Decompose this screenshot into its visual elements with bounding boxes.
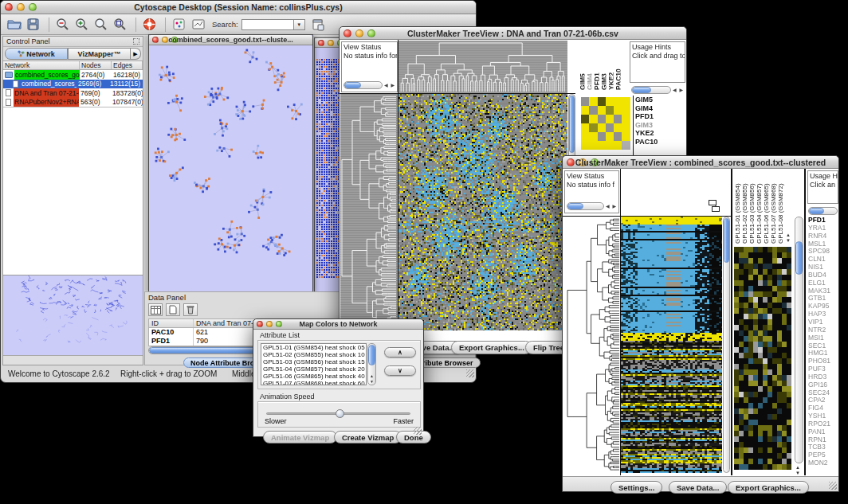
new-attribute-icon[interactable] [166,303,180,316]
matrix-cell[interactable] [589,123,597,132]
matrix-cell[interactable] [614,123,622,132]
matrix-cell[interactable] [606,141,614,150]
tv2-detail-heatmap[interactable] [734,247,791,470]
attribute-list-item[interactable]: GPL51-02 (GSM855) heat shock 10 min [261,351,366,358]
attribute-list[interactable]: GPL51-01 (GSM854) heat shock 05 minGPL51… [261,343,367,385]
matrix-cell[interactable] [622,141,630,150]
move-up-button[interactable]: ∧ [384,347,416,357]
matrix-cell[interactable] [622,123,630,132]
tab-network[interactable]: Network [5,48,68,60]
save-icon[interactable] [25,17,41,33]
open-folder-icon[interactable] [6,17,22,33]
matrix-cell[interactable] [581,141,589,150]
matrix-cell[interactable] [581,123,589,132]
col-nodes[interactable]: Nodes [80,61,112,69]
network-list-row[interactable]: combined_scores_good.txt2764(0)16218(0) [3,70,143,80]
tv1-similarity-matrix[interactable] [581,97,630,150]
attribute-list-item[interactable]: GPL51-01 (GSM854) heat shock 05 min [261,344,366,351]
matrix-cell[interactable] [598,132,606,141]
resize-grip[interactable] [829,482,837,490]
main-titlebar[interactable]: Cytoscape Desktop (Session Name: collins… [1,1,476,14]
attribute-editor-icon[interactable] [310,17,327,33]
slider-thumb[interactable] [336,409,344,418]
attribute-list-item[interactable]: GPL51-06 (GSM865) heat shock 40 min [261,373,366,380]
close-button[interactable] [318,40,324,46]
resize-grip[interactable] [414,427,422,435]
export-graphics-button[interactable]: Export Graphics... [451,341,532,354]
create-vizmap-button[interactable]: Create Vizmap [334,431,402,443]
network-list-row[interactable]: RNAPuberNov2+RNAP.csv563(0)107847(0) [3,98,143,107]
tv2-gene-scroll-arrows[interactable]: ▲▼ [795,465,800,476]
col-edges[interactable]: Edges [112,61,143,69]
matrix-cell[interactable] [606,115,614,123]
matrix-cell[interactable] [614,115,622,123]
minimize-button[interactable] [328,40,334,46]
matrix-cell[interactable] [606,97,614,106]
network-overview-panel[interactable] [3,275,143,355]
network1-canvas[interactable] [149,45,312,291]
matrix-cell[interactable] [606,123,614,132]
tab-vizmapper[interactable]: VizMapper™ [68,48,131,60]
tv2-row-dendrogram[interactable] [564,217,620,473]
zoom-out-icon[interactable] [54,17,71,33]
snapshot-icon[interactable] [190,17,206,33]
matrix-cell[interactable] [589,97,597,106]
animate-vizmap-button[interactable]: Animate Vizmap [263,431,337,443]
attribute-list-item[interactable]: GPL51-07 (GSM868) heat shock 60 min [261,380,366,385]
zoom-fit-icon[interactable] [112,17,128,33]
animation-speed-slider[interactable] [266,412,410,415]
matrix-cell[interactable] [581,115,589,123]
search-dropdown-button[interactable]: ▼ [294,19,305,30]
zoom-selected-icon[interactable] [92,17,109,33]
help-ring-icon[interactable] [141,17,158,33]
matrix-cell[interactable] [614,97,622,106]
tv1-column-dendrogram[interactable] [398,41,567,93]
tv1-heatmap[interactable] [398,94,567,330]
matrix-cell[interactable] [598,123,606,132]
matrix-cell[interactable] [589,132,597,141]
resize-grip[interactable] [466,369,474,377]
delete-attribute-icon[interactable] [183,303,198,316]
tv2-gene-vscrollbar[interactable] [795,217,803,463]
matrix-cell[interactable] [614,141,622,150]
network1-titlebar[interactable]: combined_scores_good.txt--cluste... [149,35,312,45]
col-network[interactable]: Network [3,61,80,69]
tv1-titlebar[interactable]: ClusterMaker TreeView : DNA and Tran 07-… [340,27,686,40]
network-list-row[interactable]: DNA and Tran 07-21-06b.csv769(0)183728(0… [3,88,143,98]
attribute-list-item[interactable]: GPL51-03 (GSM856) heat shock 15 min [261,358,366,365]
tv2-titlebar[interactable]: ClusterMaker TreeView : combined_scores_… [563,156,838,169]
settings-button[interactable]: Settings... [610,481,662,494]
move-down-button[interactable]: ∨ [384,365,416,376]
matrix-cell[interactable] [622,97,630,106]
tv2-heatmap[interactable] [621,217,722,473]
matrix-cell[interactable] [589,106,597,115]
tv2-vscrollbar[interactable] [723,217,730,473]
select-attributes-icon[interactable] [148,303,163,316]
float-panel-icon[interactable] [133,38,139,45]
matrix-cell[interactable] [614,106,622,115]
matrix-cell[interactable] [589,115,597,123]
network-list-row[interactable]: combined_scores_good.txt--clustered2569(… [3,80,143,89]
tv1-row-dendrogram[interactable] [340,94,398,330]
matrix-cell[interactable] [622,115,630,123]
tv2-usage-scrollbar[interactable] [808,206,838,216]
tv2-label-scroll-arrows[interactable]: ▲▼ [786,232,791,244]
save-data-button[interactable]: Save Data... [669,481,727,494]
matrix-cell[interactable] [581,106,589,115]
matrix-cell[interactable] [598,141,606,150]
search-input[interactable] [241,19,294,30]
export-graphics-button[interactable]: Export Graphics... [728,481,809,494]
matrix-cell[interactable] [622,132,630,141]
matrix-cell[interactable] [581,132,589,141]
tab-overflow-button[interactable]: ▶ [131,48,141,60]
matrix-cell[interactable] [581,97,589,106]
matrix-cell[interactable] [598,97,606,106]
matrix-cell[interactable] [589,141,597,150]
dialog-titlebar[interactable]: Map Colors to Network [253,319,423,330]
matrix-cell[interactable] [614,132,622,141]
tv2-column-dendrogram[interactable] [621,170,722,215]
matrix-cell[interactable] [606,132,614,141]
matrix-cell[interactable] [598,106,606,115]
attribute-list-scrollbar[interactable]: ▲ ▼ [367,343,376,385]
view-status-scrollbar[interactable]: ◀ ▶ [344,80,395,90]
